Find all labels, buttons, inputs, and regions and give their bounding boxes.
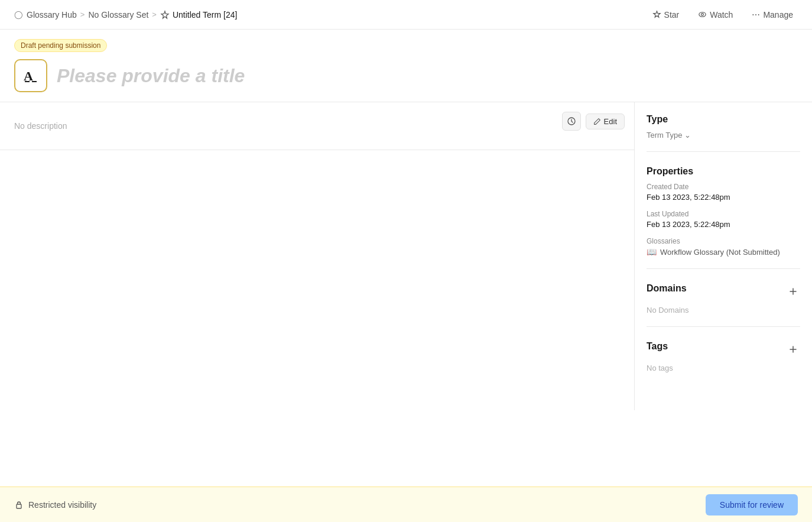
breadcrumb-sep-1: > (80, 10, 85, 19)
tags-section: Tags No tags (647, 341, 800, 384)
glossary-item: 📖 Workflow Glossary (Not Submitted) (647, 247, 800, 257)
book-icon: 📖 (647, 247, 657, 257)
plus-icon-2 (788, 345, 798, 354)
ellipsis-icon: ⋯ (752, 10, 760, 20)
plus-icon (788, 287, 798, 296)
svg-point-0 (699, 12, 706, 17)
breadcrumb: ◯ Glossary Hub > No Glossary Set > Untit… (14, 10, 237, 20)
created-date-label: Created Date (647, 183, 800, 191)
right-panel: Type Term Type ⌄ Properties Created Date… (635, 102, 812, 410)
description-toolbar: Edit (562, 112, 625, 131)
svg-point-1 (701, 14, 704, 16)
created-date-value: Feb 13 2023, 5:22:48pm (647, 193, 800, 202)
visibility-label: Restricted visibility (28, 500, 96, 510)
pencil-icon (593, 118, 601, 125)
breadcrumb-hub[interactable]: Glossary Hub (27, 10, 77, 20)
body-split: Edit No description Type Term Type ⌄ Pro… (0, 102, 812, 410)
domains-title: Domains (647, 283, 687, 294)
type-title: Type (647, 114, 800, 125)
last-updated-value: Feb 13 2023, 5:22:48pm (647, 220, 800, 229)
history-button[interactable] (562, 112, 581, 131)
page-header: Draft pending submission A Please provid… (0, 30, 812, 92)
top-nav: ◯ Glossary Hub > No Glossary Set > Untit… (0, 0, 812, 30)
tags-title: Tags (647, 341, 668, 352)
term-icon-box: A (14, 59, 47, 92)
chevron-down-icon: ⌄ (684, 131, 691, 140)
watch-button[interactable]: Watch (693, 8, 738, 22)
term-type-select[interactable]: Term Type ⌄ (647, 131, 800, 140)
no-description: No description (14, 114, 620, 138)
tags-header: Tags (647, 341, 800, 358)
left-panel: Edit No description (0, 102, 635, 410)
description-section: Edit No description (0, 102, 634, 150)
star-button[interactable]: Star (648, 8, 684, 22)
properties-section: Properties Created Date Feb 13 2023, 5:2… (647, 166, 800, 269)
term-icon (160, 10, 170, 20)
star-icon (652, 10, 661, 19)
submit-button[interactable]: Submit for review (706, 494, 798, 515)
no-domains: No Domains (647, 306, 800, 315)
breadcrumb-term: Untitled Term [24] (160, 10, 237, 20)
footer-left: Restricted visibility (14, 500, 96, 510)
breadcrumb-glossary-set[interactable]: No Glossary Set (88, 10, 148, 20)
type-section: Type Term Type ⌄ (647, 114, 800, 152)
add-tag-button[interactable] (786, 342, 800, 356)
add-domain-button[interactable] (786, 284, 800, 299)
glossaries-label: Glossaries (647, 237, 800, 245)
hub-icon: ◯ (14, 10, 23, 19)
footer-bar: Restricted visibility Submit for review (0, 487, 812, 522)
svg-rect-4 (17, 504, 21, 508)
last-updated-label: Last Updated (647, 210, 800, 218)
manage-button[interactable]: ⋯ Manage (747, 8, 798, 22)
clock-icon (567, 116, 576, 126)
edit-button[interactable]: Edit (586, 114, 625, 129)
eye-icon (698, 10, 707, 19)
breadcrumb-sep-2: > (152, 10, 157, 19)
domains-header: Domains (647, 283, 800, 300)
domains-section: Domains No Domains (647, 283, 800, 327)
draft-badge: Draft pending submission (14, 39, 107, 52)
properties-title: Properties (647, 166, 800, 177)
page-title[interactable]: Please provide a title (57, 65, 245, 87)
no-tags: No tags (647, 364, 800, 372)
title-row: A Please provide a title (14, 59, 798, 92)
lock-icon (14, 500, 24, 510)
nav-actions: Star Watch ⋯ Manage (648, 8, 798, 22)
term-large-icon: A (21, 66, 40, 85)
